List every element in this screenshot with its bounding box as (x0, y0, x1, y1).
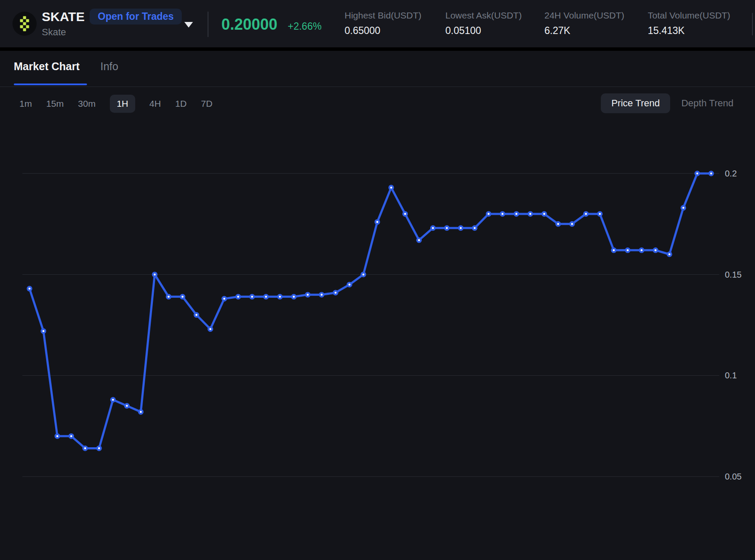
data-point-center-11 (182, 296, 184, 298)
data-point-center-22 (335, 292, 337, 294)
data-point-center-7 (126, 405, 128, 407)
data-point-center-43 (627, 249, 629, 251)
data-point-center-38 (557, 223, 559, 225)
data-point-center-24 (362, 273, 364, 275)
data-point-center-37 (543, 213, 545, 215)
data-point-center-8 (140, 411, 142, 413)
data-point-center-23 (348, 284, 351, 286)
data-point-center-33 (488, 213, 490, 215)
data-point-center-30 (446, 227, 448, 229)
data-point-center-49 (710, 173, 712, 175)
data-point-center-1 (43, 330, 45, 332)
data-point-center-40 (585, 213, 587, 215)
ytick-label-0.05: 0.05 (725, 472, 742, 481)
data-point-center-5 (98, 447, 100, 449)
data-point-center-15 (237, 296, 239, 298)
data-point-center-21 (321, 294, 323, 296)
data-point-center-6 (112, 399, 114, 401)
data-point-center-46 (668, 253, 671, 255)
data-point-center-31 (460, 227, 462, 229)
data-point-center-13 (209, 328, 211, 330)
data-point-center-47 (682, 207, 684, 209)
data-point-center-4 (84, 447, 86, 449)
data-point-center-48 (696, 173, 699, 175)
data-point-center-0 (28, 288, 31, 290)
data-point-center-25 (376, 221, 379, 223)
data-point-center-39 (571, 223, 573, 225)
data-point-center-2 (56, 435, 59, 437)
data-point-center-29 (432, 227, 434, 229)
data-point-center-28 (418, 239, 420, 241)
data-point-center-17 (265, 296, 267, 298)
data-point-center-45 (655, 249, 657, 251)
data-point-center-34 (501, 213, 503, 215)
data-point-center-36 (529, 213, 531, 215)
data-point-center-12 (196, 314, 198, 316)
data-point-center-19 (293, 296, 295, 298)
data-point-center-9 (154, 273, 156, 275)
trading-app: SKATE Open for Trades Skate 0.20000 +2.6… (0, 0, 755, 560)
data-point-center-3 (70, 435, 72, 437)
data-point-center-26 (390, 187, 392, 189)
ytick-label-0.1: 0.1 (725, 371, 737, 380)
data-point-center-18 (279, 296, 281, 298)
data-point-center-44 (640, 249, 643, 251)
data-point-center-35 (516, 213, 518, 215)
ytick-label-0.15: 0.15 (725, 270, 742, 279)
data-point-center-16 (251, 296, 253, 298)
price-line-chart[interactable]: 0.20.150.10.05 (0, 0, 755, 560)
data-point-center-14 (223, 298, 225, 300)
data-point-center-42 (613, 249, 615, 251)
data-point-center-32 (474, 227, 476, 229)
data-point-center-10 (168, 296, 170, 298)
price-line (30, 173, 712, 448)
data-point-center-27 (404, 213, 406, 215)
data-point-center-20 (307, 294, 309, 296)
data-point-center-41 (599, 213, 601, 215)
ytick-label-0.2: 0.2 (725, 169, 737, 178)
